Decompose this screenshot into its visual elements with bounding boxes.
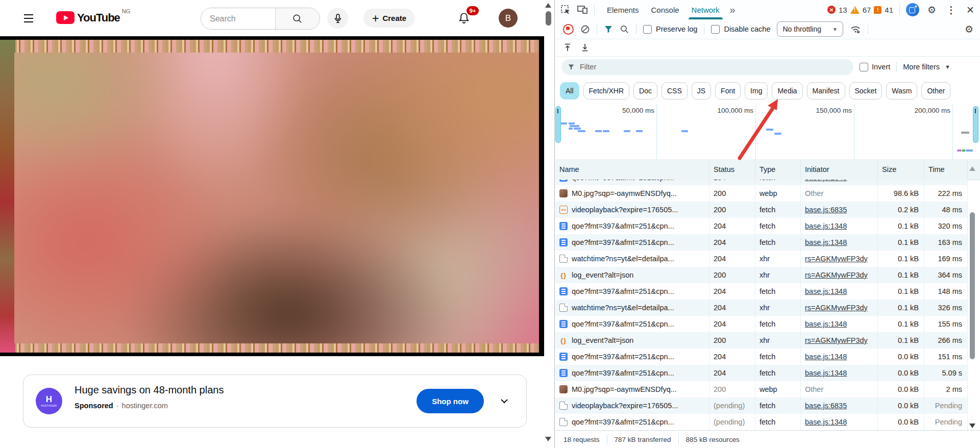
cell-status: 204 xyxy=(709,349,755,365)
kebab-menu-icon[interactable]: ⋮ xyxy=(944,4,958,16)
initiator-link[interactable]: base.js:1348 xyxy=(805,180,847,182)
settings-gear-icon[interactable]: ⚙ xyxy=(925,4,938,16)
initiator-link[interactable]: base.js:1348 xyxy=(805,418,847,426)
more-filters-dropdown[interactable]: More filters ▼ xyxy=(903,63,950,71)
table-scrollbar-down[interactable] xyxy=(969,424,975,428)
notification-count-badge: 9+ xyxy=(467,6,479,15)
filter-chip-wasm[interactable]: Wasm xyxy=(886,82,917,99)
ad-banner[interactable]: H HOSTINGER Huge savings on 48-month pla… xyxy=(23,375,527,428)
filter-chip-font[interactable]: Font xyxy=(715,82,741,99)
filter-chip-socket[interactable]: Socket xyxy=(849,82,883,99)
page-scrollbar-thumb[interactable] xyxy=(546,11,551,26)
voice-search-button[interactable] xyxy=(327,8,348,29)
device-toolbar-icon[interactable] xyxy=(577,5,588,15)
export-har-icon[interactable] xyxy=(580,43,590,52)
page-scrollbar-up[interactable] xyxy=(545,3,551,8)
initiator-link[interactable]: rs=AGKMywFP3dy xyxy=(805,304,868,312)
cell-name: qoe?fmt=397&afmt=251&cpn... xyxy=(555,414,709,430)
ai-assistant-icon[interactable]: ✦ xyxy=(906,3,919,16)
table-row[interactable]: M0.jpg?sqp=-oaymwENSDfyq...200webpOther9… xyxy=(555,185,968,202)
table-row[interactable]: M0.jpg?sqp=-oaymwENSDfyq...200webpOther0… xyxy=(555,381,968,397)
filter-chip-doc[interactable]: Doc xyxy=(633,82,657,99)
initiator-link[interactable]: base.js:1348 xyxy=(805,320,847,328)
column-header-status[interactable]: Status xyxy=(709,159,755,180)
table-row[interactable]: qoe?fmt=397&afmt=251&cpn...204fetchbase.… xyxy=(555,180,968,185)
console-status-badges[interactable]: ✕ 13 67 ! 41 xyxy=(827,6,893,14)
table-row[interactable]: qoe?fmt=397&afmt=251&cpn...204fetchbase.… xyxy=(555,365,968,381)
filter-chip-manifest[interactable]: Manifest xyxy=(807,82,845,99)
network-conditions-icon[interactable] xyxy=(850,24,861,34)
filter-chip-fetch-xhr[interactable]: Fetch/XHR xyxy=(583,82,629,99)
avatar[interactable]: B xyxy=(499,9,518,28)
table-row[interactable]: <>videoplayback?expire=176505...200fetch… xyxy=(555,202,968,218)
hamburger-menu-icon[interactable] xyxy=(20,10,37,27)
inspect-element-icon[interactable] xyxy=(560,5,571,15)
doc-blue-icon xyxy=(559,238,568,246)
create-button[interactable]: + Create xyxy=(363,9,415,28)
network-overview-timeline[interactable]: 50,000 ms100,000 ms150,000 ms200,000 ms xyxy=(555,104,980,160)
more-tabs-icon[interactable]: » xyxy=(730,4,736,16)
record-network-log-button[interactable] xyxy=(563,24,574,35)
column-header-size[interactable]: Size xyxy=(878,159,924,180)
timeline-tick-label: 50,000 ms xyxy=(598,107,654,114)
youtube-logo[interactable]: YouTube NG xyxy=(56,11,130,24)
filter-input[interactable] xyxy=(579,62,847,71)
filter-chip-js[interactable]: JS xyxy=(692,82,711,99)
tab-elements[interactable]: Elements xyxy=(601,0,645,19)
table-row[interactable]: qoe?fmt=397&afmt=251&cpn...204fetchbase.… xyxy=(555,349,968,365)
table-row[interactable]: videoplayback?expire=176505...(pending)f… xyxy=(555,397,968,414)
search-button[interactable] xyxy=(275,8,320,29)
table-row[interactable]: qoe?fmt=397&afmt=251&cpn...204fetchbase.… xyxy=(555,218,968,234)
page-scrollbar-down[interactable] xyxy=(545,437,551,441)
filter-chip-all[interactable]: All xyxy=(560,82,579,99)
initiator-link[interactable]: rs=AGKMywFP3dy xyxy=(805,255,868,263)
table-row[interactable]: {}log_event?alt=json200xhrrs=AGKMywFP3dy… xyxy=(555,267,968,283)
chevron-down-icon[interactable] xyxy=(498,395,510,407)
import-har-icon[interactable] xyxy=(563,43,572,52)
shop-now-button[interactable]: Shop now xyxy=(416,389,484,413)
throttling-dropdown[interactable]: No throttling ▼ xyxy=(777,21,843,37)
table-row[interactable]: qoe?fmt=397&afmt=251&cpn...204fetchbase.… xyxy=(555,283,968,300)
initiator-link[interactable]: base.js:1348 xyxy=(805,369,847,377)
table-scrollbar-thumb[interactable] xyxy=(970,212,975,359)
column-header-time[interactable]: Time xyxy=(924,159,968,180)
request-name: qoe?fmt=397&afmt=251&cpn... xyxy=(572,180,674,182)
initiator-link[interactable]: base.js:1348 xyxy=(805,353,847,361)
clear-network-log-icon[interactable] xyxy=(580,24,590,34)
column-header-name[interactable]: Name xyxy=(555,159,709,180)
filter-funnel-icon[interactable] xyxy=(604,25,613,34)
disable-cache-checkbox[interactable] xyxy=(711,25,720,34)
initiator-link[interactable]: rs=AGKMywFP3dy xyxy=(805,271,868,279)
tab-console[interactable]: Console xyxy=(645,0,685,19)
tab-network[interactable]: Network xyxy=(685,0,726,19)
video-player[interactable] xyxy=(0,36,544,356)
table-row[interactable]: watchtime?ns=yt&el=detailpa...204xhrrs=A… xyxy=(555,251,968,267)
initiator-link[interactable]: base.js:6835 xyxy=(805,206,847,214)
overview-brush-left[interactable] xyxy=(555,106,561,143)
table-scrollbar-up[interactable] xyxy=(969,166,975,171)
search-input[interactable] xyxy=(201,8,275,29)
column-header-type[interactable]: Type xyxy=(755,159,801,180)
initiator-link[interactable]: base.js:1348 xyxy=(805,287,847,295)
filter-chip-other[interactable]: Other xyxy=(921,82,950,99)
network-search-icon[interactable] xyxy=(620,24,629,34)
table-row[interactable]: {}log_event?alt=json200xhrrs=AGKMywFP3dy… xyxy=(555,332,968,349)
initiator-link[interactable]: base.js:6835 xyxy=(805,402,847,410)
table-row[interactable]: qoe?fmt=397&afmt=251&cpn...(pending)fetc… xyxy=(555,414,968,430)
initiator-link[interactable]: base.js:1348 xyxy=(805,238,847,246)
invert-checkbox[interactable] xyxy=(860,63,868,71)
network-settings-gear-icon[interactable]: ⚙ xyxy=(963,23,980,35)
cell-time: 5.09 s xyxy=(924,365,968,381)
initiator-link[interactable]: rs=AGKMywFP3dy xyxy=(805,336,868,344)
table-row[interactable]: qoe?fmt=397&afmt=251&cpn...204fetchbase.… xyxy=(555,316,968,332)
overview-brush-right[interactable] xyxy=(973,106,978,143)
table-row[interactable]: watchtime?ns=yt&el=detailpa...204xhrrs=A… xyxy=(555,300,968,316)
filter-chip-css[interactable]: CSS xyxy=(662,82,688,99)
preserve-log-checkbox[interactable] xyxy=(643,25,652,34)
column-header-initiator[interactable]: Initiator xyxy=(801,159,878,180)
filter-chip-media[interactable]: Media xyxy=(772,82,802,99)
table-row[interactable]: qoe?fmt=397&afmt=251&cpn...204fetchbase.… xyxy=(555,234,968,251)
filter-chip-img[interactable]: Img xyxy=(745,82,768,99)
close-devtools-icon[interactable]: ✕ xyxy=(964,4,980,16)
initiator-link[interactable]: base.js:1348 xyxy=(805,222,847,230)
